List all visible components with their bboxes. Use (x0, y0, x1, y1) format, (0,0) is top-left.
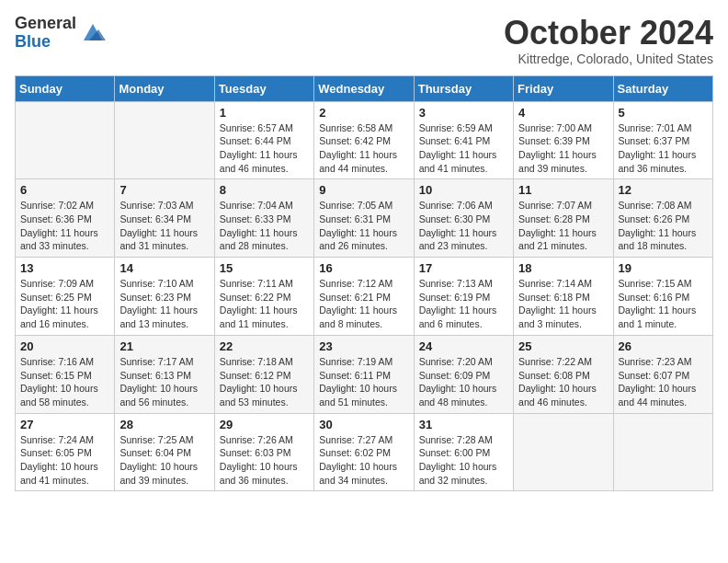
calendar-cell: 22Sunrise: 7:18 AM Sunset: 6:12 PM Dayli… (214, 335, 313, 413)
calendar-cell: 5Sunrise: 7:01 AM Sunset: 6:37 PM Daylig… (613, 101, 712, 179)
calendar-cell: 11Sunrise: 7:07 AM Sunset: 6:28 PM Dayli… (514, 179, 613, 258)
day-info: Sunrise: 7:07 AM Sunset: 6:28 PM Dayligh… (518, 199, 608, 253)
day-number: 17 (419, 261, 508, 275)
calendar-cell (16, 101, 115, 179)
day-info: Sunrise: 7:08 AM Sunset: 6:26 PM Dayligh… (619, 199, 708, 253)
calendar-cell: 12Sunrise: 7:08 AM Sunset: 6:26 PM Dayli… (613, 179, 712, 258)
title-block: October 2024 Kittredge, Colorado, United… (504, 15, 713, 66)
calendar-cell: 20Sunrise: 7:16 AM Sunset: 6:15 PM Dayli… (16, 335, 115, 413)
calendar-cell: 15Sunrise: 7:11 AM Sunset: 6:22 PM Dayli… (214, 258, 313, 336)
calendar-cell: 4Sunrise: 7:00 AM Sunset: 6:39 PM Daylig… (514, 101, 613, 179)
location: Kittredge, Colorado, United States (504, 52, 713, 66)
day-info: Sunrise: 7:18 AM Sunset: 6:12 PM Dayligh… (220, 355, 309, 409)
day-info: Sunrise: 6:58 AM Sunset: 6:42 PM Dayligh… (319, 121, 408, 176)
calendar-cell: 16Sunrise: 7:12 AM Sunset: 6:21 PM Dayli… (314, 258, 414, 336)
logo-text: General Blue (15, 15, 76, 52)
day-number: 27 (20, 418, 109, 431)
calendar-header-wednesday: Wednesday (314, 75, 414, 101)
day-number: 21 (119, 339, 209, 353)
day-number: 14 (119, 261, 209, 275)
calendar-cell (613, 413, 712, 491)
calendar-cell: 1Sunrise: 6:57 AM Sunset: 6:44 PM Daylig… (214, 101, 313, 179)
day-number: 19 (619, 261, 708, 275)
day-info: Sunrise: 7:00 AM Sunset: 6:39 PM Dayligh… (518, 121, 608, 176)
day-number: 6 (20, 183, 109, 197)
calendar-cell: 10Sunrise: 7:06 AM Sunset: 6:30 PM Dayli… (414, 179, 513, 258)
calendar-cell: 6Sunrise: 7:02 AM Sunset: 6:36 PM Daylig… (16, 179, 115, 258)
day-number: 22 (220, 339, 309, 353)
calendar-cell: 3Sunrise: 6:59 AM Sunset: 6:41 PM Daylig… (414, 101, 513, 179)
calendar-cell: 29Sunrise: 7:26 AM Sunset: 6:03 PM Dayli… (214, 413, 313, 491)
calendar-header-monday: Monday (115, 75, 214, 101)
calendar-cell: 24Sunrise: 7:20 AM Sunset: 6:09 PM Dayli… (414, 335, 513, 413)
day-number: 16 (319, 261, 408, 275)
day-number: 13 (20, 261, 109, 275)
day-info: Sunrise: 7:24 AM Sunset: 6:05 PM Dayligh… (20, 433, 109, 488)
calendar-cell: 21Sunrise: 7:17 AM Sunset: 6:13 PM Dayli… (115, 335, 214, 413)
calendar-cell: 28Sunrise: 7:25 AM Sunset: 6:04 PM Dayli… (115, 413, 214, 491)
logo-general: General (15, 15, 76, 33)
day-info: Sunrise: 7:13 AM Sunset: 6:19 PM Dayligh… (419, 277, 508, 331)
calendar-header-row: SundayMondayTuesdayWednesdayThursdayFrid… (16, 75, 713, 101)
day-number: 24 (419, 339, 508, 353)
calendar-header-friday: Friday (514, 75, 613, 101)
calendar-cell: 17Sunrise: 7:13 AM Sunset: 6:19 PM Dayli… (414, 258, 513, 336)
day-info: Sunrise: 7:09 AM Sunset: 6:25 PM Dayligh… (20, 277, 109, 331)
day-number: 26 (619, 339, 708, 353)
calendar-cell: 23Sunrise: 7:19 AM Sunset: 6:11 PM Dayli… (314, 335, 414, 413)
calendar-week-row: 27Sunrise: 7:24 AM Sunset: 6:05 PM Dayli… (16, 413, 713, 491)
day-info: Sunrise: 7:20 AM Sunset: 6:09 PM Dayligh… (419, 355, 508, 409)
day-number: 15 (220, 261, 309, 275)
calendar-table: SundayMondayTuesdayWednesdayThursdayFrid… (15, 75, 713, 492)
logo-blue: Blue (15, 33, 76, 52)
calendar-header-thursday: Thursday (414, 75, 513, 101)
day-info: Sunrise: 7:11 AM Sunset: 6:22 PM Dayligh… (220, 277, 309, 331)
calendar-cell: 18Sunrise: 7:14 AM Sunset: 6:18 PM Dayli… (514, 258, 613, 336)
calendar-cell: 2Sunrise: 6:58 AM Sunset: 6:42 PM Daylig… (314, 101, 414, 179)
calendar-cell: 7Sunrise: 7:03 AM Sunset: 6:34 PM Daylig… (115, 179, 214, 258)
day-info: Sunrise: 7:22 AM Sunset: 6:08 PM Dayligh… (518, 355, 608, 409)
day-info: Sunrise: 7:28 AM Sunset: 6:00 PM Dayligh… (419, 433, 508, 488)
day-info: Sunrise: 6:59 AM Sunset: 6:41 PM Dayligh… (419, 121, 508, 176)
calendar-cell: 27Sunrise: 7:24 AM Sunset: 6:05 PM Dayli… (16, 413, 115, 491)
day-number: 18 (518, 261, 608, 275)
day-info: Sunrise: 7:04 AM Sunset: 6:33 PM Dayligh… (220, 199, 309, 253)
calendar-header-saturday: Saturday (613, 75, 712, 101)
calendar-cell: 30Sunrise: 7:27 AM Sunset: 6:02 PM Dayli… (314, 413, 414, 491)
logo: General Blue (15, 15, 106, 52)
day-number: 5 (619, 106, 708, 120)
day-info: Sunrise: 7:27 AM Sunset: 6:02 PM Dayligh… (319, 433, 408, 488)
day-info: Sunrise: 7:01 AM Sunset: 6:37 PM Dayligh… (619, 121, 708, 176)
calendar-week-row: 13Sunrise: 7:09 AM Sunset: 6:25 PM Dayli… (16, 258, 713, 336)
calendar-header-tuesday: Tuesday (214, 75, 313, 101)
day-number: 10 (419, 183, 508, 197)
day-info: Sunrise: 7:17 AM Sunset: 6:13 PM Dayligh… (119, 355, 209, 409)
calendar-cell: 19Sunrise: 7:15 AM Sunset: 6:16 PM Dayli… (613, 258, 712, 336)
day-number: 8 (220, 183, 309, 197)
day-number: 3 (419, 106, 508, 120)
calendar-cell (115, 101, 214, 179)
day-number: 31 (419, 418, 508, 431)
day-info: Sunrise: 7:15 AM Sunset: 6:16 PM Dayligh… (619, 277, 708, 331)
calendar-cell: 13Sunrise: 7:09 AM Sunset: 6:25 PM Dayli… (16, 258, 115, 336)
month-title: October 2024 (504, 15, 713, 52)
calendar-cell: 25Sunrise: 7:22 AM Sunset: 6:08 PM Dayli… (514, 335, 613, 413)
calendar-cell: 8Sunrise: 7:04 AM Sunset: 6:33 PM Daylig… (214, 179, 313, 258)
day-info: Sunrise: 7:03 AM Sunset: 6:34 PM Dayligh… (119, 199, 209, 253)
day-info: Sunrise: 7:16 AM Sunset: 6:15 PM Dayligh… (20, 355, 109, 409)
day-info: Sunrise: 7:06 AM Sunset: 6:30 PM Dayligh… (419, 199, 508, 253)
day-info: Sunrise: 7:26 AM Sunset: 6:03 PM Dayligh… (220, 433, 309, 488)
logo-icon (80, 20, 106, 46)
calendar-cell: 9Sunrise: 7:05 AM Sunset: 6:31 PM Daylig… (314, 179, 414, 258)
day-info: Sunrise: 7:25 AM Sunset: 6:04 PM Dayligh… (119, 433, 209, 488)
day-number: 1 (220, 106, 309, 120)
day-info: Sunrise: 7:14 AM Sunset: 6:18 PM Dayligh… (518, 277, 608, 331)
header: General Blue October 2024 Kittredge, Col… (15, 15, 713, 66)
day-number: 30 (319, 418, 408, 431)
day-number: 11 (518, 183, 608, 197)
day-info: Sunrise: 7:12 AM Sunset: 6:21 PM Dayligh… (319, 277, 408, 331)
calendar-cell (514, 413, 613, 491)
day-number: 4 (518, 106, 608, 120)
calendar-cell: 26Sunrise: 7:23 AM Sunset: 6:07 PM Dayli… (613, 335, 712, 413)
day-info: Sunrise: 6:57 AM Sunset: 6:44 PM Dayligh… (220, 121, 309, 176)
